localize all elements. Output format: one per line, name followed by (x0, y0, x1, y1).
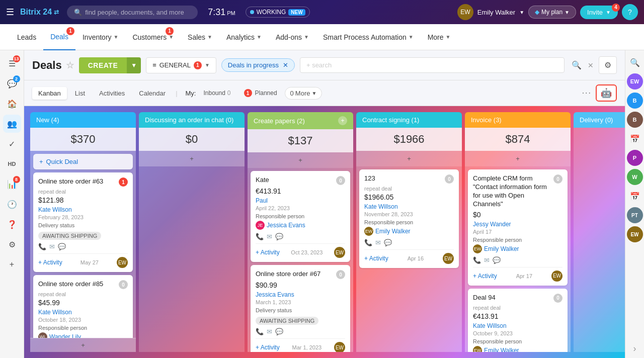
email-icon-5[interactable]: ✉ (375, 239, 381, 246)
deal-card-6[interactable]: Complete CRM form "Contact information f… (468, 169, 568, 286)
filter-search[interactable]: + search (300, 57, 565, 73)
card-contact-3[interactable]: Paul (256, 197, 345, 204)
active-filter-chip[interactable]: Deals in progress ✕ (221, 58, 295, 72)
working-badge[interactable]: WORKING NEW (246, 7, 310, 18)
search-bar[interactable]: 🔍 (67, 6, 198, 19)
activity-btn-3[interactable]: + Activity (256, 249, 280, 256)
my-plan-button[interactable]: ◆ My plan ▼ (528, 6, 576, 19)
card-contact-7[interactable]: Kate Willson (473, 322, 562, 329)
col-add-create-papers[interactable]: + (248, 152, 353, 168)
sidebar-user-2[interactable]: B (627, 93, 643, 109)
resp-name-3[interactable]: Jessica Evans (267, 222, 305, 229)
phone-icon-3[interactable]: 📞 (256, 233, 264, 240)
sidebar-user-3[interactable]: B (627, 112, 643, 128)
sidebar-user-7[interactable]: EW (627, 226, 643, 242)
sidebar-user-6[interactable]: PT (627, 207, 643, 223)
col-add-icon-create-papers[interactable]: + (338, 116, 347, 125)
activity-btn-1[interactable]: + Activity (38, 259, 62, 266)
sidebar-calendar-icon[interactable]: 📅 (627, 131, 643, 147)
activity-btn-6[interactable]: + Activity (473, 273, 497, 280)
create-dropdown[interactable]: ▼ (127, 57, 141, 73)
sidebar-user-5[interactable]: W (627, 169, 643, 185)
deal-card-4[interactable]: Online store order #67 0 $90.99 Jessica … (251, 265, 350, 352)
email-icon-1[interactable]: ✉ (49, 243, 55, 250)
sidebar-notification-icon[interactable]: 💬 2 (3, 74, 21, 93)
chat-icon-4[interactable]: 💬 (275, 328, 283, 335)
quick-deal-button[interactable]: + Quick Deal (33, 154, 133, 169)
sidebar-chart-icon[interactable]: 📊 8 (3, 175, 21, 193)
nav-deals[interactable]: Deals 1 (43, 24, 75, 50)
phone-icon-1[interactable]: 📞 (38, 243, 46, 250)
nav-addons[interactable]: Add-ons ▼ (269, 24, 316, 50)
card-contact-6[interactable]: Jessy Wander (473, 221, 562, 228)
deal-card-7[interactable]: Deal 94 0 repeat deal €413.91 Kate Wills… (468, 289, 568, 352)
card-contact-2[interactable]: Kate Willson (38, 309, 128, 316)
three-dots-menu[interactable]: ··· (582, 88, 592, 98)
sidebar-hd-icon[interactable]: HD (3, 155, 21, 173)
favorite-star[interactable]: ☆ (66, 60, 74, 71)
user-avatar[interactable]: EW (457, 4, 473, 20)
clear-search-icon[interactable]: ✕ (588, 61, 594, 69)
sidebar-user-1[interactable]: EW (627, 73, 643, 89)
nav-analytics[interactable]: Analytics ▼ (219, 24, 269, 50)
activity-btn-5[interactable]: + Activity (364, 255, 388, 262)
user-name[interactable]: Emily Walker (477, 9, 515, 16)
filter-more-chip[interactable]: 0 More ▼ (285, 87, 323, 100)
sidebar-plus-icon[interactable]: + (3, 255, 21, 274)
sidebar-clock-icon[interactable]: 🕐 (3, 195, 21, 213)
nav-inventory[interactable]: Inventory ▼ (75, 24, 126, 50)
email-icon-6[interactable]: ✉ (484, 256, 490, 264)
card-contact-1[interactable]: Kate Willson (38, 206, 128, 213)
help-button[interactable]: ? (622, 4, 638, 20)
active-filter-close[interactable]: ✕ (283, 61, 288, 69)
tab-calendar[interactable]: Calendar (133, 87, 172, 100)
sidebar-home-icon[interactable]: 🏠 (3, 95, 21, 113)
view-settings-button[interactable]: ⚙ (599, 56, 617, 74)
sidebar-search-icon[interactable]: 🔍 (627, 54, 643, 70)
right-arrow-button[interactable]: › (633, 343, 636, 354)
phone-icon-6[interactable]: 📞 (473, 256, 481, 264)
tab-activities[interactable]: Activities (93, 87, 131, 100)
filter-planned[interactable]: 1 Planned (238, 86, 283, 100)
sidebar-menu-icon[interactable]: ☰ 13 (3, 54, 21, 72)
sidebar-task-icon[interactable]: ✓ (3, 135, 21, 153)
resp-name-7[interactable]: Emily Walker (484, 347, 519, 352)
phone-icon-5[interactable]: 📞 (364, 239, 372, 246)
card-contact-5[interactable]: Kate Willson (364, 203, 454, 210)
chat-icon-5[interactable]: 💬 (384, 239, 392, 246)
activity-btn-4[interactable]: + Activity (256, 344, 280, 351)
chat-icon-1[interactable]: 💬 (58, 243, 66, 250)
card-contact-4[interactable]: Jessica Evans (256, 291, 345, 298)
robot-button[interactable]: 🤖 (596, 84, 617, 102)
col-add-discussing[interactable]: + (139, 151, 245, 166)
nav-spa[interactable]: Smart Process Automation ▼ (316, 24, 421, 50)
chat-icon-6[interactable]: 💬 (493, 256, 501, 264)
create-button[interactable]: CREATE (79, 57, 127, 73)
nav-leads[interactable]: Leads (10, 24, 43, 50)
deal-card-2[interactable]: Online store order #85 0 repeat deal $45… (33, 275, 133, 338)
tab-kanban[interactable]: Kanban (32, 87, 67, 100)
search-icon-btn[interactable]: 🔍 (572, 60, 582, 70)
hamburger-icon[interactable]: ☰ (6, 7, 14, 18)
resp-name-5[interactable]: Emily Walker (375, 228, 411, 235)
email-icon-3[interactable]: ✉ (267, 233, 272, 240)
invite-button[interactable]: Invite ▼ 4 (580, 6, 618, 19)
sidebar-calendar-2[interactable]: 📅 (627, 188, 643, 204)
deal-card-1[interactable]: Online store order #63 1 repeat deal $12… (33, 172, 133, 272)
email-icon-4[interactable]: ✉ (267, 328, 272, 335)
col-add-contract[interactable]: + (356, 151, 462, 166)
deal-card-3[interactable]: Kate 0 €413.91 Paul April 22, 2023 Respo… (251, 171, 350, 262)
filter-inbound[interactable]: Inbound 0 (198, 87, 236, 99)
nav-sales[interactable]: Sales ▼ (181, 24, 219, 50)
resp-name-2[interactable]: Wander Lily (49, 333, 81, 338)
sidebar-settings-icon[interactable]: ⚙ (3, 235, 21, 253)
nav-customers[interactable]: Customers ▼ 1 (125, 24, 181, 50)
tab-list[interactable]: List (69, 87, 91, 100)
chat-icon-3[interactable]: 💬 (275, 233, 283, 240)
deal-card-5[interactable]: 123 0 repeat deal $1966.05 Kate Willson … (359, 169, 459, 268)
col-add-new[interactable]: + (30, 338, 136, 352)
sidebar-user-4[interactable]: P (627, 150, 643, 166)
nav-more[interactable]: More ▼ (421, 24, 458, 50)
sidebar-crm-icon[interactable]: 👥 (3, 115, 21, 133)
filter-button[interactable]: ≡ GENERAL 1 ▼ (146, 57, 216, 73)
